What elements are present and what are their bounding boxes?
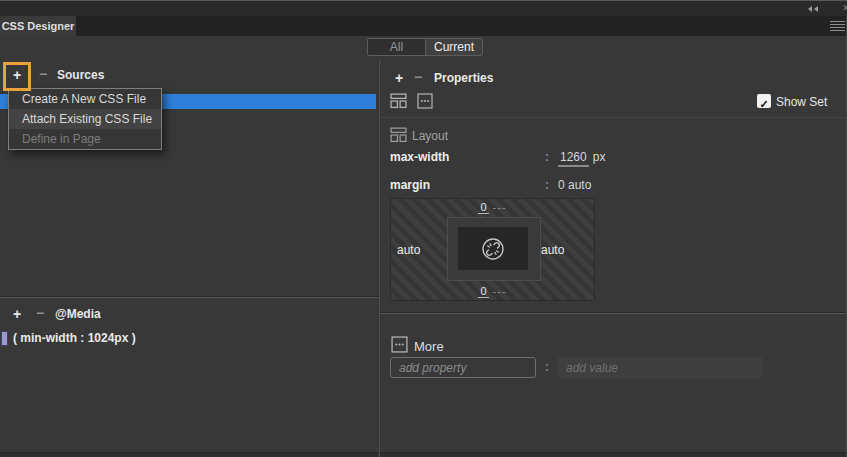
margin-left-value[interactable]: auto — [397, 243, 420, 257]
margin-box: 0--- auto auto 0--- — [390, 198, 595, 301]
click-highlight — [3, 62, 31, 91]
media-row[interactable]: ( min-width : 1024px ) — [0, 329, 378, 348]
margin-bottom-line: 0--- — [391, 285, 594, 297]
css-designer-panel: ✕ CSS Designer All Current + − Sources C… — [0, 0, 847, 457]
tab-css-designer[interactable]: CSS Designer — [0, 16, 76, 36]
bottom-strip — [0, 452, 847, 457]
properties-toolbar-divider — [379, 117, 847, 118]
left-section-divider — [0, 296, 378, 298]
margin-top-dashes: --- — [493, 201, 507, 213]
sources-context-menu: Create A New CSS File Attach Existing CS… — [8, 88, 162, 150]
layout-category-icon[interactable] — [390, 92, 407, 109]
menu-item-define-in-page: Define in Page — [9, 129, 161, 149]
max-width-label: max-width — [390, 150, 449, 164]
margin-label: margin — [390, 178, 430, 192]
media-title: @Media — [55, 307, 101, 321]
media-remove-button[interactable]: − — [32, 305, 48, 323]
properties-remove-button[interactable]: − — [410, 69, 426, 87]
more-section-title: More — [414, 339, 444, 354]
properties-title: Properties — [434, 71, 493, 85]
margin-top-value[interactable]: 0 — [478, 201, 488, 214]
show-set-checkbox[interactable]: ✓ — [757, 94, 771, 108]
mode-toggle: All Current — [367, 38, 483, 56]
current-button[interactable]: Current — [425, 38, 483, 56]
menu-item-attach-css[interactable]: Attach Existing CSS File — [9, 109, 161, 129]
properties-add-button[interactable]: + — [390, 69, 408, 87]
layout-section-icon — [390, 126, 407, 143]
margin-bottom-value[interactable]: 0 — [478, 285, 488, 298]
margin-value[interactable]: 0 auto — [558, 178, 591, 192]
media-row-label: ( min-width : 1024px ) — [13, 331, 136, 345]
margin-content-box — [458, 227, 528, 270]
broken-link-icon[interactable] — [480, 236, 506, 262]
sources-title: Sources — [57, 68, 104, 82]
more-section-icon — [391, 336, 408, 353]
more-colon: : — [545, 360, 549, 374]
media-indicator — [1, 331, 8, 346]
collapse-panels-icon[interactable] — [808, 6, 818, 12]
show-set-check-glyph: ✓ — [759, 98, 768, 110]
max-width-number[interactable]: 1260 — [558, 150, 589, 167]
menu-item-create-css[interactable]: Create A New CSS File — [9, 89, 161, 109]
panel-divider-vertical[interactable] — [378, 60, 380, 457]
margin-top-line: 0--- — [391, 201, 594, 213]
margin-right-value[interactable]: auto — [541, 243, 564, 257]
show-set-label: Show Set — [776, 95, 827, 109]
margin-inner-box — [447, 217, 541, 281]
all-button[interactable]: All — [367, 38, 426, 56]
max-width-colon: : — [545, 150, 549, 164]
margin-colon: : — [545, 178, 549, 192]
top-strip: ✕ — [0, 0, 847, 16]
max-width-value[interactable]: 1260px — [558, 150, 605, 164]
margin-bottom-dashes: --- — [493, 285, 507, 297]
close-partial-icon[interactable]: ✕ — [842, 3, 847, 13]
more-category-icon[interactable] — [417, 93, 433, 109]
panel-menu-icon[interactable] — [830, 21, 845, 31]
add-property-input[interactable] — [390, 357, 536, 378]
layout-section-title: Layout — [412, 129, 448, 143]
sources-remove-button[interactable]: − — [35, 66, 51, 84]
properties-section-divider — [379, 312, 847, 314]
add-value-input[interactable] — [558, 357, 762, 378]
max-width-unit[interactable]: px — [593, 150, 606, 164]
media-add-button[interactable]: + — [8, 305, 26, 323]
tab-bar: CSS Designer — [0, 16, 847, 36]
